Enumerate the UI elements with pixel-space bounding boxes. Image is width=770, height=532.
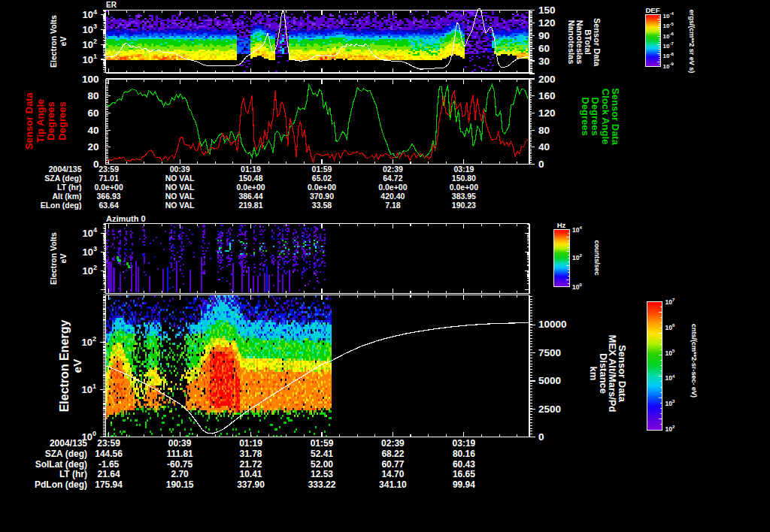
- svg-text:10000: 10000: [538, 319, 567, 330]
- svg-text:ELon (deg): ELon (deg): [41, 201, 82, 210]
- svg-text:MEX Alt/Mars/Pd: MEX Alt/Mars/Pd: [607, 335, 618, 413]
- svg-text:03:19: 03:19: [453, 165, 474, 174]
- svg-text:-1.65: -1.65: [99, 459, 120, 470]
- svg-text:150: 150: [538, 5, 556, 16]
- svg-text:120: 120: [538, 17, 556, 29]
- svg-text:144.56: 144.56: [95, 449, 123, 459]
- svg-text:0.0e+00: 0.0e+00: [308, 183, 336, 192]
- svg-text:DEF: DEF: [646, 6, 660, 14]
- svg-text:52.41: 52.41: [311, 449, 333, 459]
- svg-text:16.65: 16.65: [453, 469, 475, 479]
- svg-text:341.10: 341.10: [379, 479, 407, 490]
- svg-text:100: 100: [82, 74, 99, 85]
- svg-text:2004/135: 2004/135: [50, 438, 87, 449]
- svg-text:71.01: 71.01: [99, 174, 118, 183]
- svg-text:Degrees: Degrees: [580, 97, 591, 135]
- svg-text:LT (hr): LT (hr): [57, 183, 81, 192]
- svg-text:counts/sec: counts/sec: [593, 240, 601, 275]
- svg-text:km: km: [588, 367, 599, 381]
- svg-text:-60.75: -60.75: [167, 459, 192, 470]
- svg-text:Sensor Data: Sensor Data: [23, 92, 35, 150]
- svg-text:366.93: 366.93: [97, 192, 121, 201]
- svg-text:175.94: 175.94: [95, 479, 123, 490]
- svg-text:01:59: 01:59: [311, 438, 334, 449]
- svg-text:cnts/(cm**2-sr-sec- eV): cnts/(cm**2-sr-sec- eV): [690, 324, 698, 397]
- svg-text:Electron Volts: Electron Volts: [49, 232, 58, 285]
- svg-text:eV: eV: [59, 37, 68, 47]
- svg-text:Degrees: Degrees: [45, 101, 56, 140]
- svg-text:7500: 7500: [538, 347, 561, 358]
- svg-text:03:19: 03:19: [453, 438, 476, 449]
- svg-text:2004/135: 2004/135: [49, 165, 82, 174]
- svg-text:Degrees: Degrees: [590, 97, 601, 135]
- svg-text:33.58: 33.58: [312, 201, 332, 210]
- svg-text:190.15: 190.15: [166, 479, 194, 490]
- svg-text:90: 90: [538, 30, 550, 41]
- svg-text:60.43: 60.43: [453, 459, 475, 470]
- svg-text:21.64: 21.64: [98, 469, 120, 479]
- svg-text:160: 160: [538, 90, 556, 101]
- svg-text:PdLon (deg): PdLon (deg): [35, 479, 87, 490]
- svg-text:333.22: 333.22: [308, 479, 336, 490]
- svg-text:Nanoteslas: Nanoteslas: [567, 20, 576, 65]
- svg-text:00:39: 00:39: [170, 165, 190, 174]
- svg-text:99.94: 99.94: [453, 479, 475, 490]
- svg-text:2500: 2500: [538, 404, 561, 415]
- svg-text:Nanoteslas: Nanoteslas: [575, 20, 584, 65]
- svg-text:Azimuth 0: Azimuth 0: [106, 214, 146, 223]
- svg-text:0: 0: [538, 431, 544, 443]
- svg-text:eV: eV: [71, 359, 83, 373]
- svg-text:Degrees: Degrees: [56, 101, 68, 140]
- svg-text:LT (hr): LT (hr): [59, 469, 87, 479]
- svg-text:Alt (km): Alt (km): [52, 192, 81, 201]
- svg-text:80: 80: [538, 125, 550, 136]
- svg-text:02:39: 02:39: [383, 165, 403, 174]
- svg-text:23:59: 23:59: [99, 165, 119, 174]
- svg-text:Sensor Data: Sensor Data: [617, 345, 628, 403]
- svg-text:60.77: 60.77: [381, 459, 404, 470]
- svg-text:2.70: 2.70: [171, 469, 189, 479]
- svg-text:BTotal: BTotal: [584, 29, 593, 54]
- svg-text:Sensor Data: Sensor Data: [593, 18, 602, 67]
- svg-text:Electron Volts: Electron Volts: [49, 15, 58, 68]
- svg-text:80: 80: [87, 90, 99, 101]
- svg-text:NO VAL: NO VAL: [165, 183, 195, 192]
- svg-text:21.72: 21.72: [239, 459, 262, 470]
- svg-text:NO VAL: NO VAL: [165, 174, 195, 183]
- svg-text:23:59: 23:59: [97, 438, 120, 449]
- svg-text:30: 30: [538, 56, 550, 67]
- svg-text:0: 0: [538, 159, 544, 170]
- svg-text:383.95: 383.95: [452, 192, 476, 201]
- svg-text:SZA (deg): SZA (deg): [44, 174, 81, 183]
- svg-text:0.0e+00: 0.0e+00: [94, 183, 123, 192]
- svg-text:40: 40: [87, 125, 99, 136]
- svg-text:31.78: 31.78: [239, 449, 262, 459]
- svg-text:150.80: 150.80: [452, 174, 476, 183]
- svg-text:ergs/(cm**2 sr eV s): ergs/(cm**2 sr eV s): [688, 10, 696, 74]
- svg-text:NO VAL: NO VAL: [165, 192, 195, 201]
- svg-text:190.23: 190.23: [452, 201, 476, 210]
- svg-text:65.02: 65.02: [312, 174, 332, 183]
- svg-text:80.16: 80.16: [453, 449, 475, 459]
- svg-text:68.22: 68.22: [381, 449, 404, 459]
- svg-text:01:19: 01:19: [241, 165, 261, 174]
- svg-text:0.0e+00: 0.0e+00: [378, 183, 407, 192]
- svg-text:00:39: 00:39: [168, 438, 192, 449]
- svg-text:01:59: 01:59: [312, 165, 332, 174]
- svg-text:Electron Energy: Electron Energy: [58, 320, 71, 413]
- svg-text:420.40: 420.40: [380, 192, 405, 201]
- svg-text:150.48: 150.48: [238, 174, 262, 183]
- svg-text:10.41: 10.41: [239, 469, 262, 479]
- svg-text:0.0e+00: 0.0e+00: [236, 183, 265, 192]
- svg-text:370.90: 370.90: [310, 192, 334, 201]
- svg-text:64.72: 64.72: [383, 174, 402, 183]
- svg-text:386.44: 386.44: [238, 192, 262, 201]
- svg-text:14.70: 14.70: [381, 469, 404, 479]
- svg-text:337.90: 337.90: [237, 479, 265, 490]
- svg-text:40: 40: [538, 141, 550, 153]
- svg-text:Clock Angle: Clock Angle: [600, 89, 611, 145]
- svg-text:52.00: 52.00: [311, 459, 333, 470]
- svg-text:200: 200: [538, 74, 556, 85]
- svg-text:SZA (deg): SZA (deg): [45, 449, 87, 459]
- svg-text:60: 60: [87, 107, 99, 119]
